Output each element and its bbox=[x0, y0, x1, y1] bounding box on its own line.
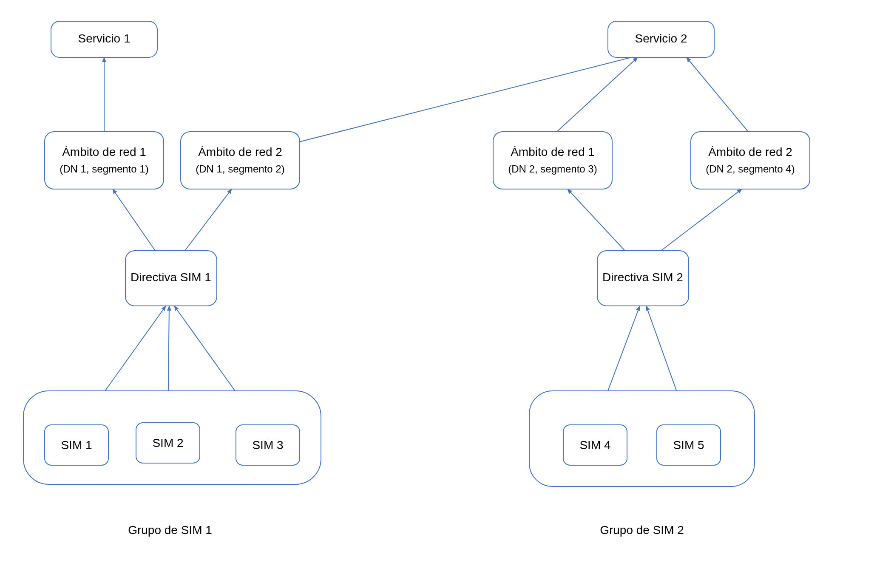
sim-5-label: SIM 5 bbox=[673, 438, 704, 452]
diagram-canvas: Servicio 1 Servicio 2 Ámbito de red 1 (D… bbox=[0, 0, 894, 588]
scope-2-2-node: Ámbito de red 2 (DN 2, segmento 4) bbox=[691, 132, 810, 189]
service-2-label: Servicio 2 bbox=[635, 32, 687, 45]
edge-policy1-scope12 bbox=[185, 189, 232, 251]
policy-2-node: Directiva SIM 2 bbox=[597, 251, 689, 306]
sim-group-1-label: Grupo de SIM 1 bbox=[128, 523, 212, 537]
service-2-node: Servicio 2 bbox=[608, 21, 714, 57]
sim-4-label: SIM 4 bbox=[579, 438, 610, 452]
scope-1-1-sub: (DN 1, segmento 1) bbox=[60, 163, 148, 175]
svg-rect-3 bbox=[181, 132, 300, 189]
edge-policy1-scope11 bbox=[113, 189, 155, 251]
scope-2-2-sub: (DN 2, segmento 4) bbox=[706, 163, 795, 175]
scope-2-1-node: Ámbito de red 1 (DN 2, segmento 3) bbox=[493, 132, 612, 189]
sim-3-label: SIM 3 bbox=[252, 438, 283, 452]
sim-2-label: SIM 2 bbox=[152, 436, 183, 449]
svg-rect-4 bbox=[493, 132, 612, 189]
sim-5-node: SIM 5 bbox=[657, 425, 721, 465]
edge-scope12-service2 bbox=[289, 55, 640, 144]
sim-1-label: SIM 1 bbox=[61, 438, 92, 452]
scope-2-1-sub: (DN 2, segmento 3) bbox=[508, 163, 597, 175]
scope-1-2-title: Ámbito de red 2 bbox=[198, 145, 282, 158]
sim-2-node: SIM 2 bbox=[136, 423, 200, 463]
edge-policy2-scope22 bbox=[661, 189, 742, 251]
policy-1-label: Directiva SIM 1 bbox=[131, 271, 211, 284]
sim-4-node: SIM 4 bbox=[563, 425, 627, 465]
svg-rect-5 bbox=[691, 132, 810, 189]
scope-1-2-node: Ámbito de red 2 (DN 1, segmento 2) bbox=[181, 132, 300, 189]
edge-policy2-scope21 bbox=[568, 189, 625, 251]
edge-scope22-service2 bbox=[687, 57, 748, 132]
service-1-label: Servicio 1 bbox=[78, 32, 131, 45]
scope-2-1-title: Ámbito de red 1 bbox=[511, 145, 595, 158]
sim-group-2-label: Grupo de SIM 2 bbox=[600, 523, 684, 537]
service-1-node: Servicio 1 bbox=[51, 21, 157, 57]
sim-3-node: SIM 3 bbox=[236, 425, 300, 465]
svg-rect-2 bbox=[45, 132, 164, 189]
edge-scope21-service2 bbox=[557, 57, 638, 132]
scope-1-1-title: Ámbito de red 1 bbox=[62, 145, 146, 158]
policy-2-label: Directiva SIM 2 bbox=[602, 271, 683, 284]
policy-1-node: Directiva SIM 1 bbox=[125, 251, 217, 306]
scope-2-2-title: Ámbito de red 2 bbox=[708, 145, 792, 158]
scope-1-1-node: Ámbito de red 1 (DN 1, segmento 1) bbox=[45, 132, 164, 189]
sim-1-node: SIM 1 bbox=[45, 425, 108, 465]
scope-1-2-sub: (DN 1, segmento 2) bbox=[196, 163, 284, 175]
